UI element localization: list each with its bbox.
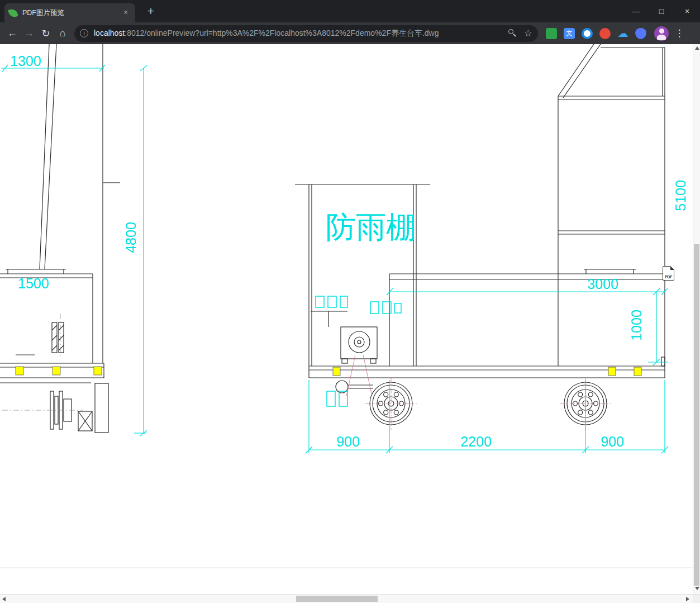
url-host: localhost [94,29,125,37]
dim-5100-label: 5100 [673,180,688,211]
forward-icon[interactable]: → [21,25,37,42]
zoom-indicator-icon[interactable] [508,29,517,38]
dim-3000-label: 3000 [587,276,618,292]
url-text[interactable]: localhost:8012/onlinePreview?url=http%3A… [94,29,508,39]
address-bar[interactable]: i localhost:8012/onlinePreview?url=http%… [74,25,538,42]
minimize-button[interactable]: — [623,0,649,22]
site-info-icon[interactable]: i [80,29,88,37]
browser-menu-icon[interactable]: ⋮ [672,27,687,39]
dim-1000-label: 1000 [628,310,644,341]
browser-tab[interactable]: PDF图片预览 × [4,3,135,22]
home-icon[interactable]: ⌂ [54,25,71,42]
cad-drawing: 1300 4800 1500 5100 3000 1000 900 2200 9… [0,44,693,594]
dim-900-right-label: 900 [601,434,624,449]
dim-4800-label: 4800 [123,222,139,253]
scroll-down-arrow-icon[interactable] [695,587,699,590]
extension-red-icon[interactable] [599,28,611,39]
dim-1500-label: 1500 [18,276,49,291]
maximize-button[interactable]: □ [649,0,674,22]
page-content: 1300 4800 1500 5100 3000 1000 900 2200 9… [0,44,700,603]
scrollbar-corner [693,594,700,603]
browser-toolbar: ← → ↻ ⌂ i localhost:8012/onlinePreview?u… [0,22,700,44]
extension-green-icon[interactable] [546,28,557,39]
extensions-row: 文 ☁ [546,28,646,39]
dim-2200-label: 2200 [460,434,492,449]
rain-shelter-label: 防雨棚 [326,210,416,244]
horizontal-scrollbar-thumb[interactable] [296,596,378,602]
back-icon[interactable]: ← [4,25,21,42]
tab-strip: PDF图片预览 × + — □ × [0,0,700,22]
extension-blue-ring-icon[interactable] [582,28,593,39]
reload-icon[interactable]: ↻ [37,25,54,42]
window-controls: — □ × [623,0,700,22]
url-path: :8012/onlinePreview?url=http%3A%2F%2Floc… [125,29,439,37]
tab-close-icon[interactable]: × [121,8,131,18]
scroll-right-arrow-icon[interactable] [686,597,689,601]
tab-title: PDF图片预览 [22,8,121,18]
profile-avatar[interactable] [654,26,669,41]
vertical-scrollbar[interactable] [693,44,700,594]
dim-900-left-label: 900 [336,434,360,449]
pdf-icon-label: PDF [663,275,674,279]
extension-translate-icon[interactable]: 文 [564,28,575,39]
leader-lines [346,355,372,396]
bookmark-star-icon[interactable]: ☆ [524,27,532,39]
dim-1300-label: 1300 [10,53,41,69]
extension-cloud-icon[interactable]: ☁ [617,28,628,39]
extension-shield-icon[interactable] [635,28,646,39]
pdf-file-icon[interactable]: PDF [663,266,674,281]
scroll-left-arrow-icon[interactable] [2,597,6,601]
horizontal-scrollbar[interactable] [0,594,693,603]
vertical-scrollbar-thumb[interactable] [694,244,699,586]
new-tab-button[interactable]: + [143,4,159,20]
close-button[interactable]: × [674,0,700,22]
pdf-icon-fold [670,266,674,270]
scroll-up-arrow-icon[interactable] [695,46,699,50]
tab-favicon-leaf-icon [8,8,18,18]
highlight-blocks [16,367,641,376]
browser-window: PDF图片预览 × + — □ × ← → ↻ ⌂ i localhost:80… [0,0,700,603]
centerlines [2,314,83,410]
